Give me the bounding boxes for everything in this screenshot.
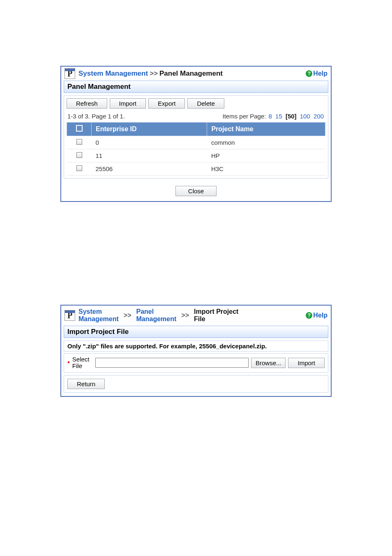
breadcrumb-separator: >>	[124, 312, 131, 319]
breadcrumb-current: Import Project File	[194, 308, 238, 323]
ipp-option-50[interactable]: [50]	[286, 113, 297, 120]
delete-button[interactable]: Delete	[187, 98, 224, 109]
items-per-page: Items per Page: 8 15 [50] 100 200	[222, 113, 325, 120]
toolbar: Refresh Import Export Delete	[67, 98, 325, 109]
import-button[interactable]: Import	[110, 98, 146, 109]
export-button[interactable]: Export	[148, 98, 185, 109]
breadcrumb-separator: >>	[150, 70, 158, 78]
header-enterprise-id[interactable]: Enterprise ID	[92, 123, 207, 136]
panel-icon: P	[65, 310, 75, 321]
checkbox-icon	[76, 125, 83, 132]
required-marker: *	[67, 359, 70, 366]
table-row: 11 HP	[67, 149, 325, 162]
import-project-file-window: P System Management >> Panel Management …	[60, 305, 332, 397]
breadcrumb-separator: >>	[181, 312, 189, 319]
breadcrumb-current: Panel Management	[159, 70, 223, 78]
row-checkbox[interactable]	[76, 139, 82, 145]
cell-enterprise-id: 0	[92, 136, 207, 149]
return-row: Return	[64, 375, 328, 393]
help-link[interactable]: ? Help	[306, 312, 327, 319]
breadcrumb-system-management[interactable]: System Management	[78, 308, 119, 323]
cell-project-name: H3C	[207, 162, 325, 176]
cell-enterprise-id: 25506	[92, 162, 207, 176]
row-checkbox[interactable]	[76, 165, 82, 171]
panel-management-window: P System Management >> Panel Management …	[60, 66, 332, 202]
panel-icon: P	[65, 68, 75, 79]
select-file-row: * Select File Browse... Import	[64, 353, 328, 373]
return-button[interactable]: Return	[67, 379, 105, 389]
ipp-option-15[interactable]: 15	[275, 113, 282, 120]
help-label: Help	[313, 70, 327, 77]
cell-project-name: common	[207, 136, 325, 149]
refresh-button[interactable]: Refresh	[67, 98, 107, 109]
section-title: Import Project File	[64, 326, 328, 338]
section-title: Panel Management	[64, 81, 328, 93]
items-per-page-label: Items per Page:	[222, 113, 266, 120]
breadcrumb: P System Management >> Panel Management …	[61, 67, 331, 81]
help-icon: ?	[306, 70, 312, 77]
breadcrumb-panel-management[interactable]: Panel Management	[136, 308, 176, 323]
data-table: Enterprise ID Project Name 0 common 11 H…	[67, 122, 325, 176]
ipp-option-100[interactable]: 100	[300, 113, 310, 120]
record-status: 1-3 of 3. Page 1 of 1.	[67, 113, 125, 120]
breadcrumb-system-management[interactable]: System Management	[78, 70, 148, 78]
ipp-option-8[interactable]: 8	[269, 113, 272, 120]
file-path-input[interactable]	[95, 358, 249, 368]
breadcrumb: P System Management >> Panel Management …	[61, 306, 331, 326]
table-row: 25506 H3C	[67, 162, 325, 176]
instruction-text: Only ".zip" files are supported. For exa…	[64, 341, 328, 352]
close-row: Close	[61, 181, 331, 201]
select-file-label: Select File	[72, 356, 93, 370]
help-icon: ?	[306, 312, 312, 319]
import-button[interactable]: Import	[288, 358, 325, 368]
help-label: Help	[313, 312, 327, 319]
cell-project-name: HP	[207, 149, 325, 162]
help-link[interactable]: ? Help	[306, 70, 327, 77]
header-project-name[interactable]: Project Name	[207, 123, 325, 136]
row-checkbox[interactable]	[76, 152, 82, 158]
pagination-row: 1-3 of 3. Page 1 of 1. Items per Page: 8…	[67, 112, 325, 122]
ipp-option-200[interactable]: 200	[314, 113, 324, 120]
table-row: 0 common	[67, 136, 325, 149]
header-checkbox[interactable]	[67, 123, 92, 136]
cell-enterprise-id: 11	[92, 149, 207, 162]
section-body: Refresh Import Export Delete 1-3 of 3. P…	[64, 95, 328, 178]
close-button[interactable]: Close	[175, 186, 217, 196]
browse-button[interactable]: Browse...	[251, 358, 286, 368]
